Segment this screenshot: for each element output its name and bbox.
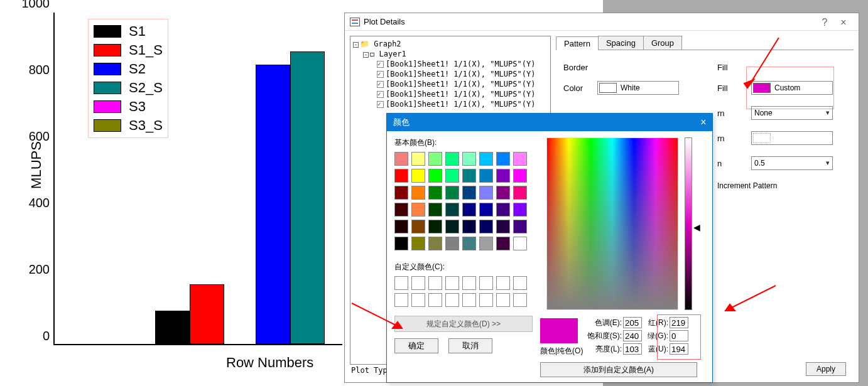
custom-color-slot[interactable] [428,276,442,290]
basic-color-cell[interactable] [428,169,442,183]
basic-color-cell[interactable] [479,237,493,250]
color-gradient[interactable] [546,137,678,310]
basic-color-cell[interactable] [411,169,425,183]
define-custom-button[interactable]: 规定自定义颜色(D) >> [394,316,533,332]
basic-color-cell[interactable] [394,203,408,217]
apply-button[interactable]: Apply [806,362,846,376]
basic-color-cell[interactable] [428,152,442,166]
custom-color-slot[interactable] [496,276,510,290]
basic-color-cell[interactable] [496,186,510,200]
dialog-title: Plot Details [364,17,405,26]
legend-swatch [94,119,121,132]
custom-color-slot[interactable] [513,293,527,307]
lum-input[interactable] [623,343,642,355]
basic-color-cell[interactable] [394,220,408,233]
pattern-width-label: n [717,159,747,168]
basic-color-cell[interactable] [462,169,476,183]
custom-color-slot[interactable] [496,293,510,307]
basic-color-cell[interactable] [479,203,493,217]
custom-color-slot[interactable] [445,276,459,290]
luminance-bar[interactable] [685,137,692,310]
custom-color-slot[interactable] [445,293,459,307]
basic-color-cell[interactable] [428,220,442,233]
basic-color-cell[interactable] [445,169,459,183]
basic-color-cell[interactable] [394,237,408,250]
basic-color-cell[interactable] [462,220,476,233]
tab-group[interactable]: Group [643,36,682,50]
basic-color-cell[interactable] [496,237,510,250]
basic-color-cell[interactable] [445,220,459,233]
basic-color-cell[interactable] [394,152,408,166]
plot-details-titlebar[interactable]: Plot Details ? × [345,13,859,31]
basic-color-cell[interactable] [445,152,459,166]
add-to-custom-button[interactable]: 添加到自定义颜色(A) [540,362,697,377]
bar-s1s [190,284,224,344]
tree-item: [Book1]Sheet1! 1/1(X), "MLUPS"(Y) [386,80,535,88]
legend-swatch [94,63,121,75]
tab-spacing[interactable]: Spacing [598,36,644,50]
basic-color-cell[interactable] [479,220,493,233]
basic-color-cell[interactable] [462,203,476,217]
custom-color-slot[interactable] [462,293,476,307]
basic-color-cell[interactable] [496,220,510,233]
border-color-label: Color [563,83,594,93]
y-tick: 1000 [22,0,55,11]
custom-color-slot[interactable] [462,276,476,290]
basic-color-cell[interactable] [394,186,408,200]
bar-s2 [256,65,290,344]
basic-color-cell[interactable] [479,152,493,166]
help-button[interactable]: ? [816,17,833,28]
basic-color-cell[interactable] [462,186,476,200]
basic-color-cell[interactable] [445,186,459,200]
basic-color-cell[interactable] [411,152,425,166]
basic-color-cell[interactable] [496,169,510,183]
basic-color-cell[interactable] [479,186,493,200]
basic-color-cell[interactable] [428,186,442,200]
sat-input[interactable] [623,330,642,341]
pattern-color-picker[interactable] [751,131,833,145]
bar-s2s [290,51,325,344]
tab-pattern[interactable]: Pattern [556,36,599,50]
basic-color-cell[interactable] [445,237,459,250]
border-group-title: Border [563,63,692,72]
border-color-picker[interactable]: White [597,81,679,95]
basic-color-cell[interactable] [513,169,527,183]
svg-line-2 [352,303,402,328]
custom-color-slot[interactable] [479,293,493,307]
basic-color-cell[interactable] [411,186,425,200]
basic-color-cell[interactable] [496,152,510,166]
custom-color-slot[interactable] [428,293,442,307]
custom-color-slot[interactable] [394,276,408,290]
y-axis-label: MLUPS [28,141,45,189]
basic-color-cell[interactable] [445,203,459,217]
basic-color-cell[interactable] [513,220,527,233]
basic-color-cell[interactable] [394,169,408,183]
basic-color-cell[interactable] [462,237,476,250]
basic-color-cell[interactable] [513,152,527,166]
basic-color-cell[interactable] [479,169,493,183]
ok-button[interactable]: 确定 [394,338,438,353]
hue-input[interactable] [623,317,642,328]
legend-swatch [94,100,121,113]
color-dialog-titlebar[interactable]: 颜色 × [387,114,712,131]
legend-item: S1 [91,22,165,41]
luminance-arrow-icon[interactable]: ◀ [693,222,700,232]
basic-color-cell[interactable] [428,237,442,250]
basic-color-cell[interactable] [513,237,527,250]
cancel-button[interactable]: 取消 [448,338,492,353]
basic-color-cell[interactable] [462,152,476,166]
custom-color-slot[interactable] [411,293,425,307]
pattern-width-dropdown[interactable]: 0.5 [751,156,833,170]
basic-color-cell[interactable] [496,203,510,217]
close-button[interactable]: × [835,17,852,28]
custom-color-slot[interactable] [513,276,527,290]
custom-color-slot[interactable] [411,276,425,290]
basic-color-cell[interactable] [513,203,527,217]
basic-color-cell[interactable] [411,203,425,217]
basic-color-cell[interactable] [428,203,442,217]
basic-color-cell[interactable] [513,186,527,200]
custom-color-slot[interactable] [479,276,493,290]
basic-color-cell[interactable] [411,220,425,233]
close-icon[interactable]: × [695,114,712,131]
basic-color-cell[interactable] [411,237,425,250]
